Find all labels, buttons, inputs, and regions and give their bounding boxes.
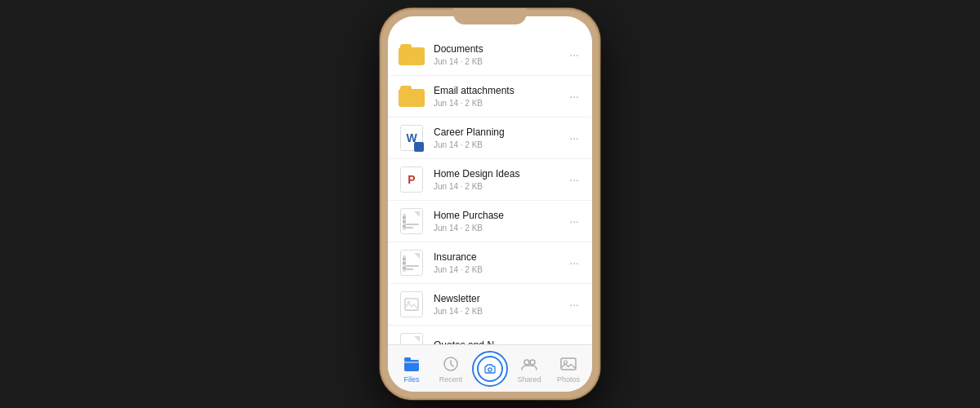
clock-icon: [441, 354, 461, 374]
generic-file-icon: [398, 332, 425, 344]
file-meta: Jun 14 · 2 KB: [434, 140, 566, 149]
svg-point-7: [530, 360, 535, 365]
list-item[interactable]: Documents Jun 14 · 2 KB ···: [388, 34, 592, 76]
image-file-icon: [398, 290, 425, 318]
video-file-icon: [398, 249, 425, 277]
camera-icon: [477, 356, 503, 382]
files-icon: [402, 354, 421, 374]
more-options-button[interactable]: ···: [566, 295, 582, 314]
tab-shared-label: Shared: [517, 375, 541, 384]
ppt-icon: [398, 166, 425, 193]
file-name: Career Planning: [434, 126, 566, 140]
list-item[interactable]: Email attachments Jun 14 · 2 KB ···: [388, 76, 592, 118]
file-info: Home Purchase Jun 14 · 2 KB: [434, 210, 566, 233]
list-item[interactable]: Home Design Ideas Jun 14 · 2 KB ···: [388, 159, 592, 201]
tab-files-label: Files: [403, 375, 419, 384]
svg-rect-8: [561, 358, 576, 370]
word-doc-icon: [398, 124, 425, 152]
file-info: Home Design Ideas Jun 14 · 2 KB: [434, 168, 566, 191]
svg-rect-0: [405, 299, 418, 310]
file-info: Newsletter Jun 14 · 2 KB: [434, 293, 566, 316]
photos-icon: [559, 354, 578, 374]
file-info: Career Planning Jun 14 · 2 KB: [434, 126, 566, 149]
tab-files[interactable]: Files: [392, 351, 431, 387]
file-meta: Jun 14 · 2 KB: [434, 224, 566, 233]
list-item[interactable]: Newsletter Jun 14 · 2 KB ···: [388, 284, 592, 326]
svg-rect-2: [404, 360, 419, 371]
file-name: Home Purchase: [434, 210, 566, 223]
file-list-container: Documents Jun 14 · 2 KB ···: [388, 16, 592, 344]
svg-point-9: [564, 361, 568, 364]
list-item[interactable]: Home Purchase Jun 14 · 2 KB ···: [388, 201, 592, 242]
file-name: Newsletter: [434, 293, 566, 306]
more-options-button[interactable]: ···: [566, 128, 582, 148]
svg-point-6: [524, 360, 529, 365]
svg-point-5: [488, 367, 492, 370]
file-meta: Jun 14 · 2 KB: [434, 307, 566, 316]
tab-recent-label: Recent: [439, 375, 463, 384]
file-meta: Jun 14 · 2 KB: [434, 182, 566, 191]
shared-icon: [519, 354, 539, 374]
more-options-button[interactable]: ···: [566, 211, 582, 231]
list-item[interactable]: Quotes and N...: [388, 326, 592, 344]
more-options-button[interactable]: ···: [566, 253, 582, 273]
file-name: Email attachments: [434, 85, 566, 98]
file-meta: Jun 14 · 2 KB: [434, 99, 566, 108]
more-options-button[interactable]: ···: [566, 170, 582, 189]
tab-camera[interactable]: [470, 348, 510, 390]
phone-shell: Documents Jun 14 · 2 KB ···: [380, 8, 600, 400]
camera-button[interactable]: [472, 351, 508, 387]
phone-screen: Documents Jun 14 · 2 KB ···: [388, 16, 592, 392]
file-meta: Jun 14 · 2 KB: [434, 265, 566, 274]
file-list: Documents Jun 14 · 2 KB ···: [388, 34, 592, 344]
list-item[interactable]: Career Planning Jun 14 · 2 KB ···: [388, 118, 592, 159]
video-file-icon: [398, 207, 425, 235]
file-name: Home Design Ideas: [434, 168, 566, 181]
tab-recent[interactable]: Recent: [431, 351, 470, 387]
file-name: Documents: [434, 43, 566, 56]
file-info: Email attachments Jun 14 · 2 KB: [434, 85, 566, 108]
notch: [453, 8, 527, 24]
folder-icon: [398, 82, 425, 110]
file-info: Insurance Jun 14 · 2 KB: [434, 251, 566, 274]
tab-shared[interactable]: Shared: [510, 351, 549, 387]
file-info: Documents Jun 14 · 2 KB: [434, 43, 566, 66]
tab-photos-label: Photos: [557, 375, 580, 384]
file-name: Insurance: [434, 251, 566, 264]
scene: Documents Jun 14 · 2 KB ···: [0, 0, 980, 408]
more-options-button[interactable]: ···: [566, 86, 582, 106]
more-options-button[interactable]: ···: [566, 45, 582, 64]
svg-rect-3: [404, 357, 411, 361]
file-meta: Jun 14 · 2 KB: [434, 57, 566, 66]
tab-bar: Files Recent: [388, 344, 592, 392]
folder-icon: [398, 41, 425, 69]
tab-photos[interactable]: Photos: [549, 351, 588, 387]
list-item[interactable]: Insurance Jun 14 · 2 KB ···: [388, 242, 592, 284]
